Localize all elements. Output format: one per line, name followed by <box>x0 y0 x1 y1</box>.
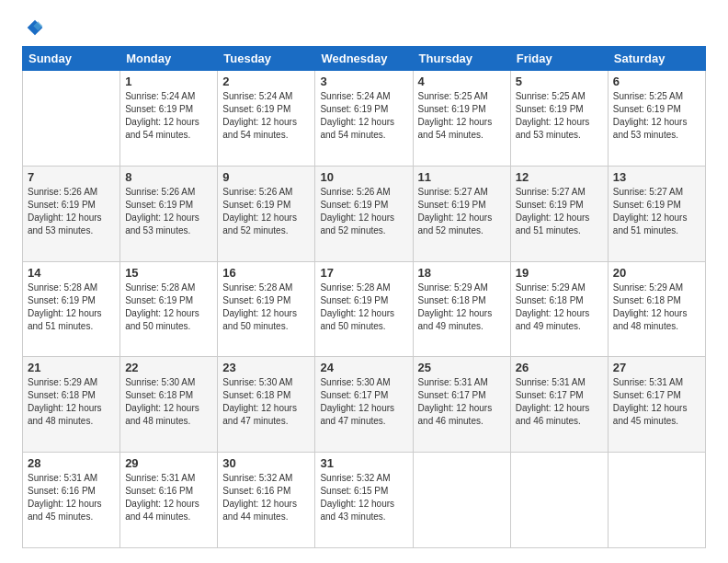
day-number: 20 <box>613 266 700 280</box>
day-number: 6 <box>613 75 700 88</box>
calendar-cell: 13Sunrise: 5:27 AM Sunset: 6:19 PM Dayli… <box>608 166 705 261</box>
calendar-cell: 30Sunrise: 5:32 AM Sunset: 6:16 PM Dayli… <box>218 453 315 548</box>
calendar-cell: 11Sunrise: 5:27 AM Sunset: 6:19 PM Dayli… <box>413 166 510 261</box>
day-number: 26 <box>516 361 603 374</box>
calendar-cell: 27Sunrise: 5:31 AM Sunset: 6:17 PM Dayli… <box>608 357 705 453</box>
day-number: 15 <box>125 266 212 280</box>
calendar-cell: 31Sunrise: 5:32 AM Sunset: 6:15 PM Dayli… <box>315 453 413 548</box>
calendar-cell: 14Sunrise: 5:28 AM Sunset: 6:19 PM Dayli… <box>23 261 120 357</box>
calendar-cell: 6Sunrise: 5:25 AM Sunset: 6:19 PM Daylig… <box>608 71 705 167</box>
day-info: Sunrise: 5:31 AM Sunset: 6:16 PM Dayligh… <box>28 472 115 523</box>
day-number: 1 <box>125 75 212 88</box>
day-number: 11 <box>418 170 506 184</box>
calendar-cell: 19Sunrise: 5:29 AM Sunset: 6:18 PM Dayli… <box>510 261 608 357</box>
calendar-cell: 10Sunrise: 5:26 AM Sunset: 6:19 PM Dayli… <box>315 166 413 261</box>
day-info: Sunrise: 5:25 AM Sunset: 6:19 PM Dayligh… <box>613 90 700 142</box>
day-info: Sunrise: 5:29 AM Sunset: 6:18 PM Dayligh… <box>28 376 115 428</box>
day-info: Sunrise: 5:30 AM Sunset: 6:18 PM Dayligh… <box>125 376 212 428</box>
day-number: 22 <box>125 361 212 374</box>
calendar-cell: 16Sunrise: 5:28 AM Sunset: 6:19 PM Dayli… <box>218 261 315 357</box>
calendar-table: SundayMondayTuesdayWednesdayThursdayFrid… <box>22 46 706 548</box>
calendar-cell: 15Sunrise: 5:28 AM Sunset: 6:19 PM Dayli… <box>120 261 218 357</box>
day-info: Sunrise: 5:28 AM Sunset: 6:19 PM Dayligh… <box>125 282 212 333</box>
calendar-cell: 26Sunrise: 5:31 AM Sunset: 6:17 PM Dayli… <box>510 357 608 453</box>
day-info: Sunrise: 5:30 AM Sunset: 6:18 PM Dayligh… <box>222 376 310 428</box>
day-info: Sunrise: 5:27 AM Sunset: 6:19 PM Dayligh… <box>418 186 506 237</box>
calendar-cell: 25Sunrise: 5:31 AM Sunset: 6:17 PM Dayli… <box>413 357 510 453</box>
calendar-week-2: 7Sunrise: 5:26 AM Sunset: 6:19 PM Daylig… <box>23 166 706 261</box>
day-number: 18 <box>418 266 506 280</box>
day-info: Sunrise: 5:28 AM Sunset: 6:19 PM Dayligh… <box>28 282 115 333</box>
day-info: Sunrise: 5:24 AM Sunset: 6:19 PM Dayligh… <box>125 90 212 142</box>
day-info: Sunrise: 5:29 AM Sunset: 6:18 PM Dayligh… <box>418 282 506 333</box>
calendar-cell: 28Sunrise: 5:31 AM Sunset: 6:16 PM Dayli… <box>23 453 120 548</box>
calendar-cell <box>608 453 705 548</box>
calendar-cell: 23Sunrise: 5:30 AM Sunset: 6:18 PM Dayli… <box>218 357 315 453</box>
day-info: Sunrise: 5:26 AM Sunset: 6:19 PM Dayligh… <box>28 186 115 237</box>
day-info: Sunrise: 5:25 AM Sunset: 6:19 PM Dayligh… <box>418 90 506 142</box>
calendar-cell: 22Sunrise: 5:30 AM Sunset: 6:18 PM Dayli… <box>120 357 218 453</box>
day-number: 8 <box>125 170 212 184</box>
day-info: Sunrise: 5:31 AM Sunset: 6:16 PM Dayligh… <box>125 472 212 523</box>
day-number: 25 <box>418 361 506 374</box>
day-number: 12 <box>516 170 603 184</box>
calendar-cell: 20Sunrise: 5:29 AM Sunset: 6:18 PM Dayli… <box>608 261 705 357</box>
logo-icon <box>26 18 44 37</box>
day-info: Sunrise: 5:24 AM Sunset: 6:19 PM Dayligh… <box>320 90 407 142</box>
calendar-week-3: 14Sunrise: 5:28 AM Sunset: 6:19 PM Dayli… <box>23 261 706 357</box>
day-info: Sunrise: 5:32 AM Sunset: 6:16 PM Dayligh… <box>222 472 310 523</box>
calendar-cell: 29Sunrise: 5:31 AM Sunset: 6:16 PM Dayli… <box>120 453 218 548</box>
day-number: 28 <box>28 456 115 470</box>
calendar-header-saturday: Saturday <box>608 47 705 71</box>
calendar-cell: 9Sunrise: 5:26 AM Sunset: 6:19 PM Daylig… <box>218 166 315 261</box>
calendar-cell: 4Sunrise: 5:25 AM Sunset: 6:19 PM Daylig… <box>413 71 510 167</box>
day-info: Sunrise: 5:28 AM Sunset: 6:19 PM Dayligh… <box>222 282 310 333</box>
day-info: Sunrise: 5:26 AM Sunset: 6:19 PM Dayligh… <box>222 186 310 237</box>
calendar-week-1: 1Sunrise: 5:24 AM Sunset: 6:19 PM Daylig… <box>23 71 706 167</box>
calendar-cell: 12Sunrise: 5:27 AM Sunset: 6:19 PM Dayli… <box>510 166 608 261</box>
day-number: 29 <box>125 456 212 470</box>
calendar-cell: 5Sunrise: 5:25 AM Sunset: 6:19 PM Daylig… <box>510 71 608 167</box>
day-info: Sunrise: 5:27 AM Sunset: 6:19 PM Dayligh… <box>516 186 603 237</box>
calendar-cell: 24Sunrise: 5:30 AM Sunset: 6:17 PM Dayli… <box>315 357 413 453</box>
day-number: 31 <box>320 456 407 470</box>
day-info: Sunrise: 5:26 AM Sunset: 6:19 PM Dayligh… <box>320 186 407 237</box>
day-number: 30 <box>222 456 310 470</box>
calendar-header-thursday: Thursday <box>413 47 510 71</box>
calendar-cell: 3Sunrise: 5:24 AM Sunset: 6:19 PM Daylig… <box>315 71 413 167</box>
calendar-cell <box>413 453 510 548</box>
day-number: 9 <box>222 170 310 184</box>
calendar-cell: 7Sunrise: 5:26 AM Sunset: 6:19 PM Daylig… <box>23 166 120 261</box>
day-number: 5 <box>516 75 603 88</box>
logo <box>22 18 46 37</box>
day-info: Sunrise: 5:32 AM Sunset: 6:15 PM Dayligh… <box>320 472 407 523</box>
day-number: 10 <box>320 170 407 184</box>
day-number: 16 <box>222 266 310 280</box>
day-number: 21 <box>28 361 115 374</box>
day-info: Sunrise: 5:27 AM Sunset: 6:19 PM Dayligh… <box>613 186 700 237</box>
calendar-week-4: 21Sunrise: 5:29 AM Sunset: 6:18 PM Dayli… <box>23 357 706 453</box>
day-info: Sunrise: 5:28 AM Sunset: 6:19 PM Dayligh… <box>320 282 407 333</box>
day-info: Sunrise: 5:25 AM Sunset: 6:19 PM Dayligh… <box>516 90 603 142</box>
calendar-cell <box>23 71 120 167</box>
calendar-header-tuesday: Tuesday <box>218 47 315 71</box>
calendar-cell: 21Sunrise: 5:29 AM Sunset: 6:18 PM Dayli… <box>23 357 120 453</box>
day-number: 3 <box>320 75 407 88</box>
day-info: Sunrise: 5:26 AM Sunset: 6:19 PM Dayligh… <box>125 186 212 237</box>
day-number: 27 <box>613 361 700 374</box>
calendar-cell: 18Sunrise: 5:29 AM Sunset: 6:18 PM Dayli… <box>413 261 510 357</box>
calendar-cell: 8Sunrise: 5:26 AM Sunset: 6:19 PM Daylig… <box>120 166 218 261</box>
day-number: 19 <box>516 266 603 280</box>
calendar-week-5: 28Sunrise: 5:31 AM Sunset: 6:16 PM Dayli… <box>23 453 706 548</box>
day-number: 24 <box>320 361 407 374</box>
day-number: 13 <box>613 170 700 184</box>
calendar-header-sunday: Sunday <box>23 47 120 71</box>
calendar-cell <box>510 453 608 548</box>
day-number: 17 <box>320 266 407 280</box>
day-number: 14 <box>28 266 115 280</box>
day-info: Sunrise: 5:29 AM Sunset: 6:18 PM Dayligh… <box>516 282 603 333</box>
day-info: Sunrise: 5:30 AM Sunset: 6:17 PM Dayligh… <box>320 376 407 428</box>
calendar-header-row: SundayMondayTuesdayWednesdayThursdayFrid… <box>23 47 706 71</box>
day-number: 7 <box>28 170 115 184</box>
page: SundayMondayTuesdayWednesdayThursdayFrid… <box>0 0 728 563</box>
